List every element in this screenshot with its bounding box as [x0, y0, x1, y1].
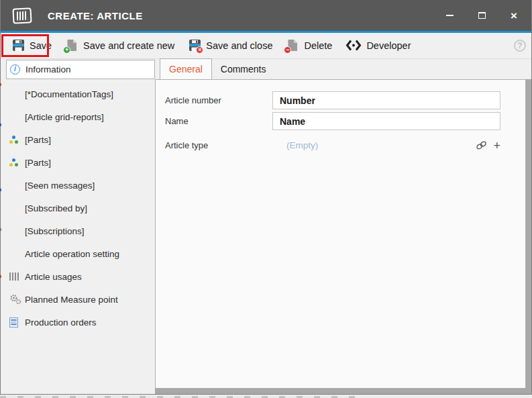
barcode-icon [9, 272, 25, 281]
save-button[interactable]: Save [7, 36, 56, 56]
link-icon[interactable] [476, 140, 487, 150]
toolbar: Save + Save and create new × Save and cl… [1, 33, 531, 59]
screen-edge-artifact [0, 228, 1, 231]
screen-edge-artifact-bottom [0, 395, 532, 398]
save-and-close-button[interactable]: × Save and close [183, 36, 277, 56]
sidebar-item-label: [Article grid-reports] [25, 112, 104, 122]
sidebar-item-subscriptions[interactable]: [Subscriptions] [1, 219, 155, 242]
code-brackets-icon [345, 39, 362, 52]
article-type-value: (Empty) [286, 140, 318, 150]
article-number-label: Article number [165, 95, 272, 105]
sidebar-item-label: Article operation setting [25, 249, 119, 259]
developer-button[interactable]: Developer [341, 36, 415, 56]
name-label: Name [165, 116, 272, 126]
close-icon: × [511, 10, 517, 21]
article-type-label: Article type [165, 140, 272, 150]
sidebar-item-production-orders[interactable]: Production orders [1, 311, 155, 334]
sidebar-item-label: [Seen messages] [25, 181, 95, 191]
sidebar-item-documentationtags[interactable]: [*DocumentationTags] [1, 83, 155, 105]
close-badge-icon: × [196, 46, 203, 54]
sidebar-item-planned-measure-point[interactable]: Planned Measure point [1, 288, 155, 311]
sidebar-item-article-usages[interactable]: Article usages [1, 265, 155, 288]
maximize-button[interactable] [466, 0, 498, 31]
titlebar: CREATE: ARTICLE × [1, 0, 531, 31]
tab-general[interactable]: General [160, 58, 212, 79]
window-controls: × [433, 0, 530, 31]
article-number-input[interactable] [272, 91, 500, 109]
info-icon: i [10, 64, 25, 74]
barcode-app-icon [12, 7, 32, 23]
create-article-window: CREATE: ARTICLE × Save + Save and [0, 0, 532, 395]
general-tab-panel: Article number Name Article type (Empty) [155, 79, 526, 389]
sidebar-item-label: [Parts] [25, 158, 51, 168]
remove-badge-icon: − [284, 46, 291, 54]
screen-edge-artifact [0, 83, 1, 86]
delete-label: Delete [304, 40, 332, 51]
field-row-name: Name [165, 112, 516, 130]
sidebar-item-label: [Subscriptions] [25, 226, 85, 236]
sidebar-item-subscribed-by[interactable]: [Subscribed by] [1, 197, 155, 219]
help-button[interactable]: ? [514, 40, 526, 52]
save-and-create-new-label: Save and create new [83, 40, 174, 51]
sidebar-item-label: Information [25, 64, 71, 74]
save-label: Save [30, 40, 52, 51]
tab-bar: General Comments [155, 59, 531, 79]
parts-icon [9, 136, 25, 144]
sidebar-item-label: [*DocumentationTags] [25, 89, 113, 99]
screen-edge-artifact [0, 189, 1, 191]
sidebar-item-article-operation-setting[interactable]: Article operation setting [1, 242, 155, 265]
sidebar-item-parts-1[interactable]: [Parts] [1, 128, 155, 151]
floppy-close-icon: × [188, 39, 201, 52]
sidebar-item-seen-messages[interactable]: [Seen messages] [1, 174, 155, 197]
field-row-article-number: Article number [165, 91, 516, 109]
screen: CREATE: ARTICLE × Save + Save and [0, 0, 532, 398]
minimize-icon [446, 15, 454, 16]
close-button[interactable]: × [498, 0, 530, 31]
sidebar-item-label: [Subscribed by] [25, 203, 87, 213]
window-body: i Information [*DocumentationTags] [Arti… [1, 59, 531, 394]
parts-icon [9, 158, 25, 167]
delete-button[interactable]: − Delete [281, 36, 337, 56]
field-row-article-type: Article type (Empty) + [165, 136, 516, 154]
save-and-close-label: Save and close [206, 40, 272, 51]
sidebar-item-article-grid-reports[interactable]: [Article grid-reports] [1, 105, 155, 128]
add-icon[interactable]: + [493, 140, 500, 152]
maximize-icon [478, 12, 486, 19]
article-type-lookup[interactable]: (Empty) + [272, 140, 500, 152]
save-and-create-new-button[interactable]: + Save and create new [60, 36, 179, 56]
sidebar-item-label: Article usages [25, 272, 82, 282]
sidebar-item-information[interactable]: i Information [6, 60, 155, 79]
add-badge-icon: + [63, 46, 70, 54]
save-floppy-icon [11, 39, 25, 52]
document-remove-icon: − [286, 39, 299, 52]
document-add-icon: + [65, 39, 78, 52]
screen-edge-artifact [0, 123, 1, 126]
tab-comments[interactable]: Comments [212, 59, 275, 79]
sidebar: i Information [*DocumentationTags] [Arti… [1, 59, 155, 394]
main-area: General Comments Article number Name Art… [155, 59, 531, 394]
gears-icon [9, 294, 25, 305]
sidebar-item-label: [Parts] [25, 135, 51, 145]
name-input[interactable] [272, 112, 500, 130]
sidebar-item-label: Planned Measure point [25, 295, 118, 305]
minimize-button[interactable] [433, 0, 466, 31]
sidebar-item-label: Production orders [25, 317, 97, 328]
document-list-icon [9, 317, 25, 328]
developer-label: Developer [366, 40, 411, 51]
sidebar-item-parts-2[interactable]: [Parts] [1, 151, 155, 174]
barcode-bars [17, 11, 28, 20]
screen-edge-artifact [0, 275, 1, 278]
window-title: CREATE: ARTICLE [48, 10, 143, 21]
